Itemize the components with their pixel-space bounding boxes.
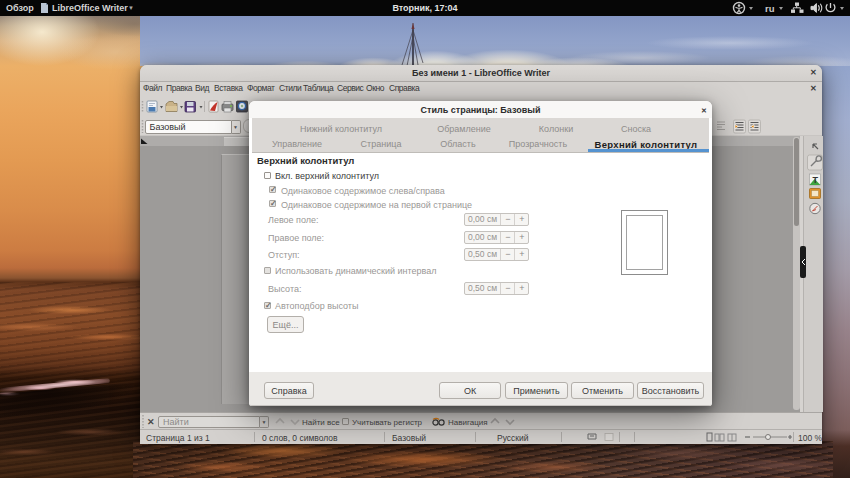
svg-text:T: T	[813, 175, 819, 185]
svg-text:ru: ru	[765, 3, 775, 14]
